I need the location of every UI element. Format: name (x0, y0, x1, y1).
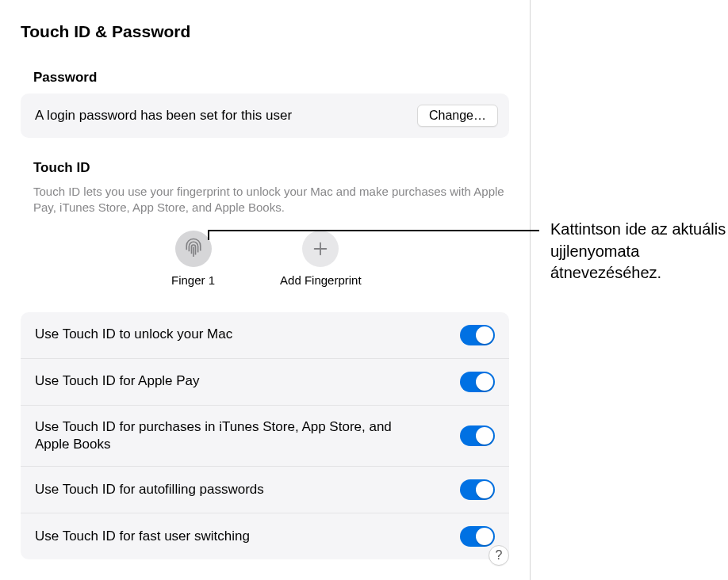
fingerprint-item-finger1[interactable]: Finger 1 (171, 231, 215, 287)
touchid-description: Touch ID lets you use your fingerprint t… (33, 184, 509, 216)
toggle-row-autofill: Use Touch ID for autofilling passwords (21, 467, 509, 513)
password-section-title: Password (33, 70, 509, 86)
settings-panel: Touch ID & Password Password A login pas… (0, 0, 531, 580)
toggle-label: Use Touch ID to unlock your Mac (35, 326, 232, 343)
toggle-label: Use Touch ID for fast user switching (35, 528, 250, 545)
toggle-row-purchases: Use Touch ID for purchases in iTunes Sto… (21, 406, 509, 467)
toggle-label: Use Touch ID for Apple Pay (35, 372, 200, 390)
toggle-switch-unlock-mac[interactable] (460, 325, 495, 345)
toggle-label: Use Touch ID for autofilling passwords (35, 481, 264, 498)
toggle-switch-apple-pay[interactable] (460, 372, 495, 392)
change-password-button[interactable]: Change… (417, 105, 498, 127)
fingerprint-label: Finger 1 (171, 273, 215, 287)
toggle-row-fast-user-switching: Use Touch ID for fast user switching (21, 513, 509, 559)
password-status-text: A login password has been set for this u… (35, 108, 292, 124)
plus-icon (302, 231, 339, 267)
add-fingerprint-button[interactable]: Add Fingerprint (280, 231, 362, 287)
fingerprint-icon (175, 231, 212, 267)
toggle-row-apple-pay: Use Touch ID for Apple Pay (21, 359, 509, 406)
fingerprint-list: Finger 1 Add Fingerprint (171, 231, 509, 287)
toggle-list: Use Touch ID to unlock your Mac Use Touc… (21, 312, 509, 559)
toggle-switch-purchases[interactable] (460, 425, 495, 446)
touchid-section-title: Touch ID (33, 160, 509, 176)
toggle-label: Use Touch ID for purchases in iTunes Sto… (35, 418, 416, 453)
password-card: A login password has been set for this u… (21, 93, 509, 138)
page-title: Touch ID & Password (21, 22, 509, 41)
toggle-row-unlock-mac: Use Touch ID to unlock your Mac (21, 312, 509, 359)
toggle-switch-autofill[interactable] (460, 479, 495, 500)
add-fingerprint-label: Add Fingerprint (280, 273, 362, 287)
toggle-switch-fast-user-switching[interactable] (460, 526, 495, 547)
callout-text: Kattintson ide az aktuális ujjlenyomata … (550, 219, 728, 284)
help-button[interactable]: ? (489, 545, 509, 566)
